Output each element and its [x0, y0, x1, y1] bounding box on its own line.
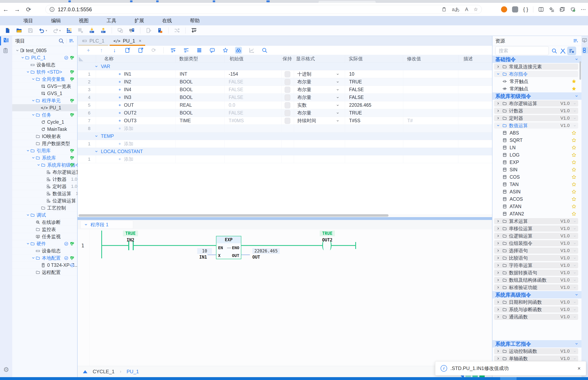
contact-label[interactable]: IN2	[123, 238, 138, 242]
browser-forward-icon[interactable]: →	[11, 6, 23, 13]
open-folder-icon[interactable]	[16, 27, 22, 34]
chevron-right-icon[interactable]	[496, 116, 500, 120]
variable-name-cell[interactable]: IN4	[96, 86, 175, 94]
device-link-icon[interactable]	[117, 27, 123, 34]
chevron-down-icon[interactable]	[26, 213, 30, 217]
resource-item-字符串运算[interactable]: 字符串运算V1.0	[492, 262, 581, 269]
column-header-5[interactable]: 实际值	[345, 55, 403, 62]
dropdown-chevron-icon[interactable]	[336, 88, 340, 92]
table-row[interactable]: 7OUT3TIMET#0MS持续时间T#5ST#	[78, 117, 492, 125]
browser-refresh-icon[interactable]: ⟳	[23, 6, 34, 13]
chevron-down-icon[interactable]	[20, 56, 25, 60]
column-header-2[interactable]: 初始值	[225, 55, 282, 62]
resource-item-系统与诊断函数[interactable]: 系统与诊断函数V1.0	[492, 306, 581, 313]
star-outline-icon[interactable]	[571, 189, 577, 194]
star-outline-icon[interactable]	[571, 160, 577, 165]
project-book-icon[interactable]	[2, 37, 9, 43]
description-cell[interactable]	[458, 109, 492, 117]
resource-item-数值运算[interactable]: 数值运算V1.0	[492, 122, 581, 129]
network-label[interactable]: 程序段 1	[80, 221, 133, 229]
resource-scrollbar-thumb[interactable]	[579, 61, 581, 80]
star-outline-icon[interactable]	[571, 182, 577, 187]
instruction-item[interactable]: SIN	[502, 166, 517, 173]
resource-item-ASIN[interactable]: ASIN	[492, 188, 581, 195]
data-type-cell[interactable]: REAL	[175, 101, 225, 109]
chevron-down-icon[interactable]	[36, 163, 41, 167]
extension-orange-icon[interactable]	[501, 6, 507, 13]
retain-cell[interactable]	[282, 94, 294, 101]
retain-checkbox[interactable]	[285, 118, 290, 124]
dropdown-chevron-icon[interactable]	[336, 72, 340, 76]
tree-item-调试[interactable]: 调试	[12, 211, 77, 219]
menu-item-6[interactable]: 帮助	[181, 17, 209, 24]
star-outline-icon[interactable]	[571, 204, 577, 209]
instruction-item[interactable]: LN	[502, 144, 516, 151]
retain-cell[interactable]	[282, 117, 294, 124]
tree-item-定时器[interactable]: 定时器1.0	[12, 183, 77, 190]
actual-value-cell[interactable]: 22026.465	[345, 101, 403, 109]
breadcrumb-item-current[interactable]: PU_1	[127, 369, 139, 375]
star-filled-icon[interactable]	[571, 79, 577, 84]
refresh-icon[interactable]: ⟳	[150, 47, 157, 54]
chevron-right-icon[interactable]	[496, 300, 500, 304]
dropdown-chevron-icon[interactable]	[336, 80, 340, 84]
panel-splitter[interactable]	[78, 217, 492, 220]
table-row[interactable]: 8添加	[78, 125, 492, 133]
browser-tabstrip[interactable]	[0, 0, 588, 3]
translate-icon[interactable]: aあ	[452, 6, 460, 13]
group-row-LOCAL CONSTANT[interactable]: LOCAL CONSTANT	[78, 148, 492, 155]
star-outline-icon[interactable]	[571, 167, 577, 172]
tree-item-在线诊断[interactable]: 在线诊断	[12, 219, 77, 226]
version-chevron-icon[interactable]	[573, 315, 577, 319]
network-header[interactable]: 程序段 1	[78, 220, 492, 229]
ladder-canvas[interactable]: 1 TRUE IN2 EXP EN — ENO X OUT	[78, 229, 492, 366]
url-text[interactable]: 127.0.0.1:5556	[58, 7, 436, 13]
dropdown-chevron-icon[interactable]	[336, 119, 340, 123]
editor-tab-PU_1[interactable]: </>PU_1×	[109, 36, 146, 46]
chevron-right-icon[interactable]	[496, 315, 500, 319]
resource-item-运动控制函数[interactable]: 运动控制函数V1.0	[492, 347, 581, 355]
instruction-item[interactable]: LOG	[502, 151, 519, 159]
retain-cell[interactable]	[282, 70, 294, 78]
chevron-down-icon[interactable]	[26, 242, 30, 246]
browser-more-icon[interactable]: ⋯	[581, 6, 586, 13]
input-operand-label[interactable]: IN1	[189, 255, 207, 260]
tree-item-布尔逻辑运算[interactable]: 布尔逻辑运算1.0	[12, 169, 77, 176]
data-type-cell[interactable]: BOOL	[175, 86, 225, 94]
chevron-down-icon[interactable]	[26, 149, 30, 153]
tree-item-软件 <STD>[interactable]: 软件 <STD>	[12, 69, 77, 76]
version-chevron-icon[interactable]	[573, 301, 577, 304]
version-chevron-icon[interactable]	[573, 220, 577, 223]
menu-item-0[interactable]: 项目	[14, 17, 42, 24]
browser-back-icon[interactable]: ←	[0, 6, 11, 13]
coil-label[interactable]: OUT2	[320, 238, 335, 242]
resource-item-串移位运算[interactable]: 串移位运算V1.0	[492, 225, 581, 232]
display-format-cell[interactable]: 布尔量	[294, 78, 345, 86]
actual-value-cell[interactable]: TRUE	[345, 78, 403, 86]
version-chevron-icon[interactable]	[573, 308, 577, 311]
description-cell[interactable]	[458, 101, 492, 109]
tab-favicon[interactable]	[156, 0, 159, 2]
description-cell[interactable]	[458, 70, 492, 78]
initial-value-cell[interactable]: FALSE	[225, 78, 282, 86]
column-header-3[interactable]: 保持	[282, 55, 294, 62]
chevron-down-icon[interactable]	[496, 123, 500, 128]
browser-essentials-icon[interactable]	[570, 7, 576, 12]
resource-item-算术运算[interactable]: 算术运算V1.0	[492, 217, 581, 225]
device-run-icon[interactable]	[146, 27, 152, 34]
data-type-cell[interactable]: BOOL	[175, 94, 225, 101]
resource-section-系统库工艺指令[interactable]: 系统库工艺指令	[492, 340, 581, 347]
tree-item-test_0805[interactable]: test_0805	[12, 47, 77, 54]
instruction-item[interactable]: 常闭触点	[502, 85, 528, 92]
resource-item-SIN[interactable]: SIN	[492, 166, 581, 173]
chevron-right-icon[interactable]	[496, 256, 500, 260]
resource-section-系统库初级指令[interactable]: 系统库初级指令	[492, 92, 581, 100]
column-header-7[interactable]: 描述	[458, 55, 492, 62]
tree-item-程序单元[interactable]: 程序单元	[12, 97, 77, 104]
tree-item-系统库初级指令[interactable]: 系统库初级指令	[12, 161, 77, 169]
comment-icon[interactable]	[209, 47, 216, 54]
version-chevron-icon[interactable]	[573, 357, 577, 361]
resource-item-定时器[interactable]: 定时器V1.0	[492, 114, 581, 122]
edit-tools-icon[interactable]	[560, 48, 566, 54]
modify-value-cell[interactable]	[403, 109, 458, 117]
